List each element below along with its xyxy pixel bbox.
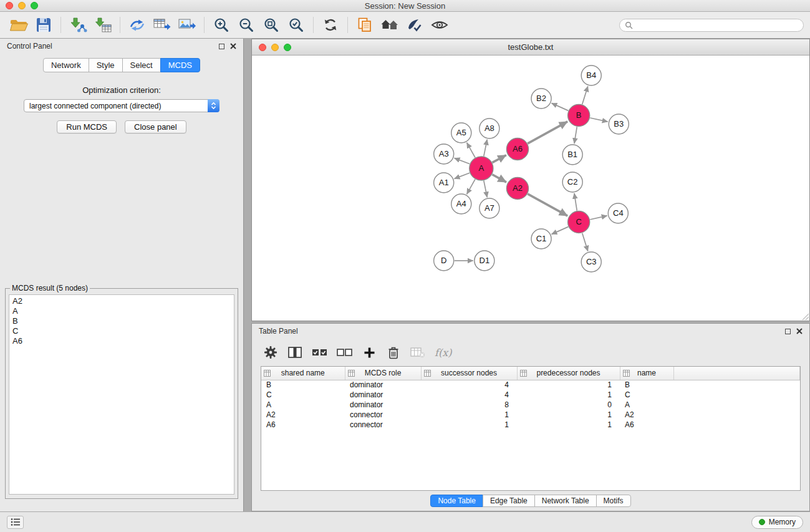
float-table-panel-icon[interactable] (785, 329, 791, 334)
table-cell[interactable]: connector (345, 410, 421, 420)
table-cell[interactable]: A (620, 400, 673, 410)
graph-node-B1[interactable]: B1 (562, 145, 582, 165)
mcds-result-item[interactable]: C (12, 326, 231, 336)
zoom-in-button[interactable] (209, 14, 234, 36)
search-input[interactable] (636, 21, 798, 29)
node-table-row-C[interactable]: Cdominator41C (261, 390, 800, 400)
table-tab-motifs[interactable]: Motifs (596, 495, 631, 507)
graph-node-A1[interactable]: A1 (434, 173, 454, 193)
table-cell[interactable]: 4 (421, 380, 517, 390)
graph-node-C2[interactable]: C2 (562, 172, 582, 192)
minimize-network-button[interactable] (271, 44, 279, 51)
import-network-database-button[interactable] (125, 14, 150, 36)
edge-A-A1[interactable] (455, 173, 470, 178)
refresh-view-button[interactable] (318, 14, 343, 36)
column-header-predecessor-nodes[interactable]: predecessor nodes (517, 367, 620, 380)
home-button[interactable] (377, 14, 402, 36)
graph-node-A6[interactable]: A6 (506, 138, 528, 160)
graph-node-A[interactable]: A (470, 157, 493, 180)
edge-C-C2[interactable] (574, 193, 577, 211)
global-search-field[interactable] (619, 19, 804, 32)
table-cell[interactable]: 1 (421, 420, 517, 430)
zoom-out-button[interactable] (234, 14, 259, 36)
graph-node-A2[interactable]: A2 (506, 178, 528, 200)
table-tab-node-table[interactable]: Node Table (430, 495, 483, 507)
open-session-button[interactable] (6, 14, 31, 36)
close-panel-button[interactable]: Close panel (125, 120, 186, 133)
delete-row-button[interactable] (386, 344, 401, 360)
edge-A-A3[interactable] (455, 158, 470, 163)
node-table-row-A[interactable]: Adominator80A (261, 400, 800, 410)
duplicate-network-button[interactable] (352, 14, 377, 36)
graph-node-B[interactable]: B (568, 105, 590, 127)
table-cell[interactable]: 0 (517, 400, 620, 410)
graph-node-B3[interactable]: B3 (609, 114, 629, 134)
edge-A-A6[interactable] (492, 155, 506, 163)
table-cell[interactable]: connector (345, 420, 421, 430)
float-panel-icon[interactable] (219, 44, 224, 49)
table-cell[interactable]: 1 (517, 410, 620, 420)
select-all-button[interactable] (312, 344, 327, 360)
zoom-network-button[interactable] (284, 44, 291, 51)
table-settings-button[interactable] (263, 344, 278, 360)
table-cell[interactable]: 1 (421, 410, 517, 420)
graph-node-A7[interactable]: A7 (480, 198, 499, 218)
mcds-result-item[interactable]: A (12, 306, 231, 316)
graph-node-A5[interactable]: A5 (451, 123, 471, 143)
table-cell[interactable]: C (261, 390, 345, 400)
graph-node-C3[interactable]: C3 (581, 252, 601, 272)
table-cell[interactable]: 1 (517, 390, 620, 400)
memory-button[interactable]: Memory (751, 516, 803, 529)
mcds-result-item[interactable]: A2 (12, 296, 231, 306)
zoom-selected-button[interactable] (284, 14, 309, 36)
node-table-row-A6[interactable]: A6connector11A6 (261, 420, 800, 430)
graph-node-B2[interactable]: B2 (531, 89, 551, 109)
node-table-row-A2[interactable]: A2connector11A2 (261, 410, 800, 420)
delete-table-button[interactable] (410, 344, 425, 360)
edge-A-A7[interactable] (484, 181, 487, 198)
control-tab-style[interactable]: Style (89, 58, 123, 72)
zoom-window-button[interactable] (31, 2, 38, 9)
unselect-all-button[interactable] (337, 344, 352, 360)
control-tab-network[interactable]: Network (43, 58, 89, 72)
graph-node-A4[interactable]: A4 (451, 194, 471, 214)
function-builder-button[interactable]: f(x) (435, 344, 451, 360)
table-cell[interactable]: 1 (517, 420, 620, 430)
task-history-button[interactable] (7, 516, 24, 529)
table-cell[interactable]: B (261, 380, 345, 390)
resize-grip-icon[interactable] (801, 312, 809, 320)
edge-C-C1[interactable] (551, 227, 568, 235)
graph-node-D[interactable]: D (434, 251, 454, 271)
close-table-panel-icon[interactable] (796, 328, 803, 334)
add-row-button[interactable] (362, 344, 377, 360)
column-header-MCDS-role[interactable]: MCDS role (345, 367, 421, 380)
edge-A6-B[interactable] (528, 122, 567, 143)
zoom-fit-button[interactable] (259, 14, 284, 36)
edge-A-A5[interactable] (467, 143, 475, 158)
close-panel-icon[interactable] (230, 43, 236, 49)
table-cell[interactable]: dominator (345, 380, 421, 390)
graph-node-A8[interactable]: A8 (480, 118, 499, 138)
show-hide-button[interactable] (427, 14, 452, 36)
mcds-result-item[interactable]: B (12, 316, 231, 326)
table-cell[interactable]: A (261, 400, 345, 410)
edge-C-C4[interactable] (590, 216, 607, 220)
table-cell[interactable]: A2 (620, 410, 673, 420)
mcds-result-list[interactable]: A2ABCA6 (9, 294, 234, 495)
save-session-button[interactable] (31, 14, 56, 36)
edge-A-A8[interactable] (484, 140, 487, 157)
insert-column-button[interactable] (287, 344, 302, 360)
edge-B-B4[interactable] (582, 86, 588, 104)
control-tab-select[interactable]: Select (122, 58, 161, 72)
network-canvas[interactable]: AA6A2BCA5A8A3A1A4A7B2B4B3B1C2C4C1C3DD1 (252, 56, 809, 321)
table-cell[interactable]: dominator (345, 400, 421, 410)
import-network-button[interactable] (65, 14, 90, 36)
table-cell[interactable]: 4 (421, 390, 517, 400)
criterion-dropdown[interactable]: largest connected component (directed) (24, 99, 219, 112)
edge-B-B2[interactable] (551, 103, 568, 110)
graph-node-C[interactable]: C (568, 211, 590, 233)
column-header-shared-name[interactable]: shared name (261, 367, 345, 380)
node-table-row-B[interactable]: Bdominator41B (261, 380, 800, 390)
graph-node-A3[interactable]: A3 (434, 144, 454, 164)
table-tab-edge-table[interactable]: Edge Table (483, 495, 535, 507)
